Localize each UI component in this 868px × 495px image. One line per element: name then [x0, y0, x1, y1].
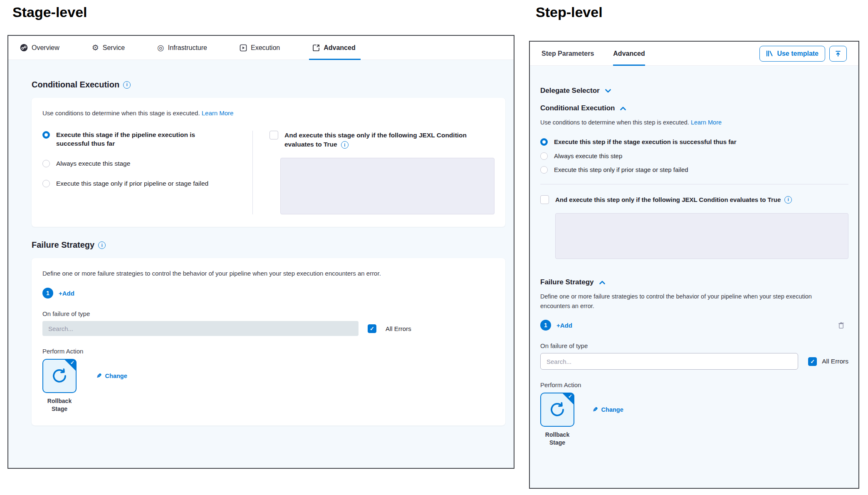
tab-execution[interactable]: Execution — [240, 36, 280, 60]
overview-icon — [20, 44, 28, 52]
description-text: Use conditions to determine when this st… — [42, 109, 200, 117]
chevron-up-icon — [620, 107, 626, 110]
stage-level-title: Stage-level — [12, 4, 87, 20]
check-icon: ✓ — [568, 393, 572, 399]
strategy-count-badge[interactable]: 1 — [42, 288, 53, 298]
radio-option-successful[interactable]: Execute this step if the stage execution… — [540, 138, 848, 146]
perform-action-label: Perform Action — [540, 381, 848, 388]
change-label: Change — [601, 406, 623, 413]
radio-label: Execute this stage if the pipeline execu… — [56, 131, 212, 148]
change-label: Change — [105, 373, 127, 379]
change-action-link[interactable]: ✎ Change — [96, 372, 127, 380]
tab-advanced[interactable]: Advanced — [613, 42, 645, 65]
add-strategy-button[interactable]: +Add — [556, 322, 572, 329]
library-icon — [766, 50, 773, 57]
all-errors-group: ✓ All Errors — [808, 357, 848, 366]
perform-action-label: Perform Action — [42, 348, 495, 355]
learn-more-link[interactable]: Learn More — [202, 109, 234, 117]
conditional-execution-title: Conditional Execution — [32, 80, 119, 90]
strategy-list-row: 1 +Add — [42, 288, 495, 298]
upgrade-template-button[interactable] — [829, 46, 847, 62]
failure-strategy-header[interactable]: Failure Strategy — [540, 278, 848, 286]
jexl-condition-input[interactable] — [555, 213, 848, 259]
conditional-execution-header[interactable]: Conditional Execution — [540, 104, 848, 112]
active-tab-underline — [613, 65, 645, 66]
failure-strategy-card: Define one or more failure strategies to… — [32, 258, 505, 425]
step-level-title: Step-level — [536, 4, 603, 20]
delete-strategy-button[interactable] — [838, 322, 848, 329]
delegate-selector-header[interactable]: Delegate Selector — [540, 87, 848, 95]
horizontal-divider — [540, 184, 848, 184]
stage-execution-radio-group: Execute this stage if the pipeline execu… — [42, 131, 252, 214]
upload-icon — [835, 50, 841, 57]
pencil-icon: ✎ — [96, 372, 102, 380]
rollback-icon — [51, 367, 68, 385]
radio-selected-icon[interactable] — [42, 131, 50, 139]
rollback-stage-tile[interactable]: ✓ — [540, 393, 574, 427]
radio-selected-icon[interactable] — [540, 138, 548, 146]
failure-strategy-description: Define one or more failure strategies to… — [540, 292, 831, 311]
failure-strategy-title: Failure Strategy — [540, 278, 594, 286]
rollback-icon — [549, 401, 566, 418]
all-errors-checkbox[interactable]: ✓ — [368, 324, 376, 333]
radio-icon[interactable] — [540, 152, 548, 160]
failure-type-search-input[interactable] — [540, 353, 798, 370]
info-icon[interactable]: i — [784, 196, 792, 204]
info-icon[interactable]: i — [123, 81, 131, 89]
rollback-stage-tile[interactable]: ✓ — [42, 359, 77, 393]
jexl-checkbox[interactable] — [270, 131, 278, 139]
check-icon: ✓ — [370, 326, 374, 331]
change-action-link[interactable]: ✎ Change — [593, 406, 623, 413]
radio-option-prior-failed[interactable]: Execute this stage only if prior pipelin… — [42, 179, 246, 188]
rollback-stage-label: Rollback Stage — [535, 431, 579, 447]
radio-option-always[interactable]: Always execute this stage — [42, 159, 246, 168]
radio-option-always[interactable]: Always execute this step — [540, 152, 848, 160]
info-icon[interactable]: i — [341, 141, 349, 149]
learn-more-link[interactable]: Learn More — [691, 119, 722, 126]
on-failure-of-type-label: On failure of type — [540, 342, 848, 349]
info-icon[interactable]: i — [98, 241, 106, 249]
jexl-condition-input[interactable] — [280, 158, 495, 214]
radio-label: Always execute this step — [554, 152, 622, 160]
trash-icon — [838, 322, 844, 329]
failure-type-row: ✓ All Errors — [42, 321, 495, 336]
tab-label: Execution — [251, 44, 280, 52]
failure-type-search-input[interactable] — [42, 321, 359, 336]
radio-label: Execute this step if the stage execution… — [554, 138, 736, 146]
radio-option-successful[interactable]: Execute this stage if the pipeline execu… — [42, 131, 246, 148]
chevron-down-icon — [605, 89, 611, 93]
radio-label: Always execute this stage — [56, 159, 130, 168]
add-strategy-button[interactable]: +Add — [59, 290, 74, 297]
radio-label: Execute this stage only if prior pipelin… — [56, 179, 208, 188]
strategy-count-badge[interactable]: 1 — [540, 320, 551, 331]
conditional-execution-title: Conditional Execution — [540, 104, 615, 112]
jexl-checkbox-row[interactable]: And execute this step only if the follow… — [540, 195, 848, 204]
strategy-list-row: 1 +Add — [540, 320, 848, 331]
tab-infrastructure[interactable]: ◎ Infrastructure — [157, 36, 207, 60]
conditional-execution-description: Use conditions to determine when this st… — [42, 109, 495, 117]
failure-strategy-heading: Failure Strategy i — [32, 240, 505, 250]
stage-tabbar: Overview ⚙ Service ◎ Infrastructure Exec… — [8, 36, 514, 60]
radio-icon[interactable] — [42, 180, 50, 187]
radio-icon[interactable] — [540, 166, 548, 174]
jexl-label-text: And execute this step only if the follow… — [555, 195, 781, 204]
jexl-label: And execute this stage only if the follo… — [284, 131, 480, 149]
radio-label: Execute this step only if prior stage or… — [554, 166, 688, 174]
perform-action-row: ✓ ✎ Change — [42, 359, 495, 393]
tab-label: Advanced — [324, 44, 355, 52]
radio-option-prior-failed[interactable]: Execute this step only if prior stage or… — [540, 166, 848, 174]
tab-advanced[interactable]: Advanced — [312, 36, 355, 60]
use-template-label: Use template — [777, 50, 819, 57]
play-box-icon — [240, 44, 247, 52]
tab-step-parameters[interactable]: Step Parameters — [542, 42, 594, 65]
tab-overview[interactable]: Overview — [20, 36, 59, 60]
jexl-checkbox-row[interactable]: And execute this stage only if the follo… — [270, 131, 495, 149]
step-content: Delegate Selector Conditional Execution … — [530, 66, 858, 447]
on-failure-of-type-label: On failure of type — [42, 310, 495, 317]
jexl-checkbox[interactable] — [540, 195, 549, 204]
radio-icon[interactable] — [42, 160, 50, 167]
tab-service[interactable]: ⚙ Service — [92, 36, 125, 60]
use-template-button[interactable]: Use template — [759, 46, 825, 62]
conditional-execution-heading: Conditional Execution i — [32, 80, 505, 90]
all-errors-checkbox[interactable]: ✓ — [808, 357, 817, 366]
